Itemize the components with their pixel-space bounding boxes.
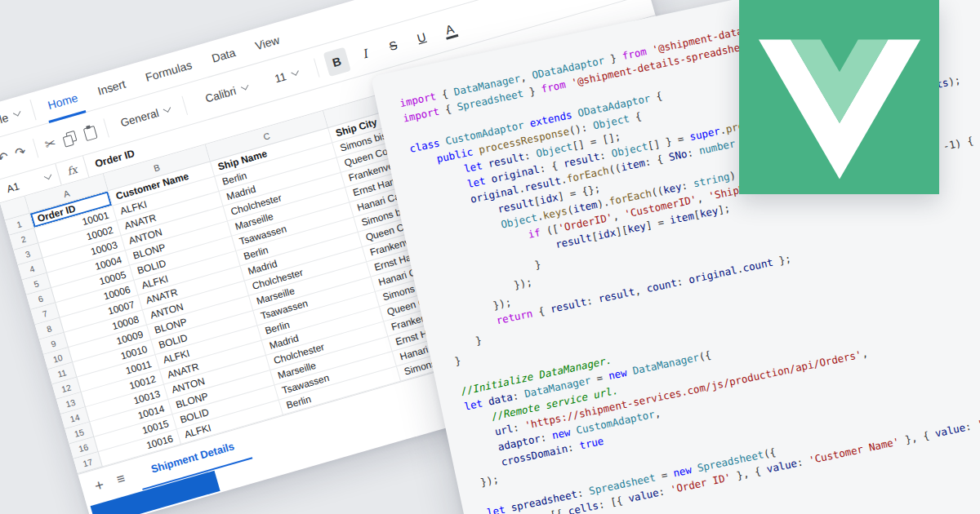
tab-view[interactable]: View [251,23,284,63]
font-size-dropdown[interactable]: 11 [269,65,305,86]
toolbar-separator [313,58,319,77]
vue-logo-mark [759,24,920,194]
redo-icon[interactable]: ↷ [13,144,27,160]
paste-icon[interactable] [82,124,99,141]
bold-button[interactable]: B [323,47,350,76]
stage: File HomeInsertFormulasDataView ↶ ↷ ✂ Ge… [0,0,980,514]
vue-logo [739,0,939,194]
add-sheet-button[interactable]: + [92,476,106,495]
chevron-down-icon [44,172,52,180]
copy-icon[interactable] [61,130,78,147]
toolbar-separator [182,95,189,114]
toolbar-separator [103,118,109,137]
file-menu-label: File [0,110,10,128]
font-color-button[interactable]: A [435,15,463,44]
chevron-down-icon [291,68,299,76]
italic-button[interactable]: I [351,38,379,68]
cut-icon[interactable]: ✂ [43,135,57,151]
number-format-value: General [119,107,160,130]
font-family-value: Calibri [204,85,238,105]
chevron-down-icon [163,104,172,113]
font-family-dropdown[interactable]: Calibri [199,80,254,106]
chevron-down-icon [12,109,20,117]
sheet-list-icon[interactable]: ≡ [114,470,127,488]
tab-data[interactable]: Data [207,35,240,75]
toolbar-separator [33,139,39,157]
font-size-value: 11 [274,70,288,85]
chevron-down-icon [240,82,248,91]
undo-icon[interactable]: ↶ [0,149,10,165]
name-box-value: A1 [6,180,21,195]
strikethrough-button[interactable]: S [379,31,407,60]
underline-button[interactable]: U [408,23,435,52]
number-format-dropdown[interactable]: General [114,102,176,131]
